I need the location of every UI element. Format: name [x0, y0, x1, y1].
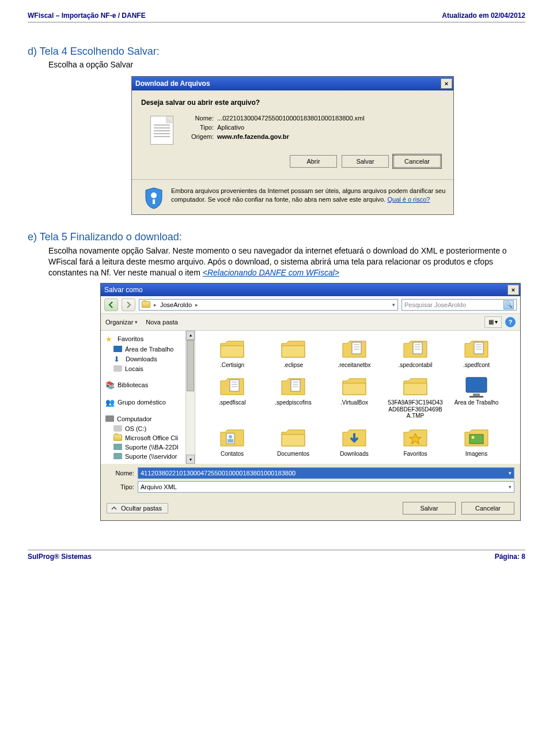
organize-menu[interactable]: Organizar — [105, 319, 138, 326]
tree-item[interactable]: Suporte (\\BA-22DI — [101, 443, 195, 452]
file-item[interactable]: Área de Trabalho — [448, 373, 505, 421]
file-item[interactable]: Downloads — [325, 424, 383, 459]
file-item[interactable]: Imagens — [448, 424, 505, 459]
origin-label: Origem: — [181, 133, 214, 140]
saveas-title: Salvar como — [104, 286, 143, 294]
svg-rect-8 — [473, 394, 480, 396]
open-button[interactable]: Abrir — [290, 155, 337, 168]
tree-item[interactable]: Locais — [101, 364, 195, 373]
footer-left: SulProg® Sistemas — [28, 553, 92, 561]
svg-rect-7 — [466, 377, 487, 392]
page-header: WFiscal – Importação NF-e / DANFE Atuali… — [28, 12, 525, 22]
file-item[interactable]: .eclipse — [264, 335, 322, 370]
view-button[interactable]: ▦ ▾ — [484, 316, 502, 328]
chevron-up-icon — [111, 505, 118, 512]
tree-homegroup[interactable]: 👥Grupo doméstico — [101, 396, 195, 408]
file-item[interactable]: .receitanetbx — [325, 335, 383, 370]
file-item[interactable]: .Certisign — [203, 335, 261, 370]
tree-item[interactable]: Suporte (\\servidor — [101, 452, 195, 461]
newfolder-button[interactable]: Nova pasta — [146, 319, 178, 326]
dialog-prompt: Deseja salvar ou abrir este arquivo? — [141, 99, 444, 107]
tree-libraries[interactable]: 📚Bibliotecas — [101, 379, 195, 391]
svg-rect-12 — [228, 439, 233, 443]
name-label: Nome: — [181, 115, 214, 122]
forward-button[interactable] — [122, 298, 135, 311]
section-e-body: Escolha novamente opção Salvar. Neste mo… — [48, 245, 525, 278]
filetype-select[interactable]: Arquivo XML▾ — [138, 481, 514, 493]
save-button[interactable]: Salvar — [403, 502, 456, 515]
svg-point-0 — [151, 192, 157, 198]
file-item[interactable]: Favoritos — [387, 424, 444, 459]
tree-item[interactable]: Microsoft Office Cli — [101, 433, 195, 443]
tree-panel: ★Favoritos Área de Trabalho ⬇Downloads L… — [101, 331, 195, 464]
save-button[interactable]: Salvar — [342, 155, 389, 168]
tree-item[interactable]: ⬇Downloads — [101, 354, 195, 364]
search-input[interactable]: Pesquisar JoseAroldo 🔍 — [402, 299, 517, 311]
file-item[interactable]: Documentos — [264, 424, 322, 459]
dialog-title: Download de Arquivos — [135, 80, 210, 88]
tree-favorites[interactable]: ★Favoritos — [101, 333, 195, 345]
file-item[interactable]: .spedpiscofins — [264, 373, 322, 421]
svg-rect-6 — [291, 380, 300, 391]
download-dialog: Download de Arquivos × Deseja salvar ou … — [131, 76, 454, 215]
svg-rect-4 — [474, 342, 483, 354]
filename-input[interactable]: 4112038022101300047255001000018380​10001… — [138, 467, 514, 479]
file-item[interactable]: .VirtualBox — [325, 373, 383, 421]
close-icon[interactable]: × — [441, 78, 452, 89]
close-icon[interactable]: × — [507, 285, 519, 295]
tree-computer[interactable]: Computador — [101, 414, 195, 424]
risk-link[interactable]: Qual é o risco? — [387, 196, 430, 203]
scrollbar[interactable]: ▴ ▾ — [185, 331, 195, 464]
footer-right: Página: 8 — [495, 553, 525, 561]
section-d-sub: Escolha a opção Salvar — [48, 60, 525, 69]
origin-value: www.nfe.fazenda.gov.br — [217, 133, 289, 140]
file-icon — [150, 116, 173, 145]
back-button[interactable] — [104, 298, 118, 311]
svg-point-14 — [472, 436, 475, 439]
scroll-thumb[interactable] — [187, 340, 194, 392]
scroll-down-icon[interactable]: ▾ — [186, 455, 195, 464]
section-e-title: e) Tela 5 Finalizando o download: — [28, 231, 525, 243]
file-item[interactable]: .spedfiscal — [203, 373, 261, 421]
svg-rect-3 — [413, 342, 422, 354]
hide-folders-button[interactable]: Ocultar pastas — [107, 503, 168, 513]
filetype-label: Tipo: — [107, 483, 134, 490]
type-label: Tipo: — [181, 124, 214, 131]
search-icon[interactable]: 🔍 — [503, 300, 514, 309]
help-icon[interactable]: ? — [505, 317, 516, 327]
folder-icon — [142, 301, 150, 308]
related-link[interactable]: <Relacionando DANFE com WFiscal> — [203, 268, 339, 277]
svg-rect-2 — [352, 342, 361, 354]
file-item[interactable]: Contatos — [203, 424, 261, 459]
page-footer: SulProg® Sistemas Página: 8 — [28, 550, 525, 561]
breadcrumb[interactable]: JoseAroldo — [160, 301, 192, 308]
svg-rect-5 — [230, 380, 239, 391]
filename-label: Nome: — [107, 470, 134, 477]
svg-rect-9 — [469, 396, 483, 398]
file-item[interactable]: .spedfcont — [448, 335, 505, 370]
name-value: ...02210130004725500100001838010001838​0… — [217, 115, 365, 122]
warning-text: Embora arquivos provenientes da Internet… — [171, 187, 448, 210]
tree-item[interactable]: Área de Trabalho — [101, 345, 195, 354]
saveas-dialog: Salvar como × ▸ JoseAroldo ▸ ▾ Pesquisar… — [100, 283, 521, 521]
cancel-button[interactable]: Cancelar — [393, 155, 441, 168]
header-left: WFiscal – Importação NF-e / DANFE — [28, 12, 146, 20]
cancel-button[interactable]: Cancelar — [461, 502, 514, 515]
svg-point-11 — [229, 435, 232, 439]
dialog-titlebar: Download de Arquivos × — [132, 77, 453, 90]
tree-item[interactable]: OS (C:) — [101, 424, 195, 433]
file-item[interactable]: .spedcontabil — [387, 335, 444, 370]
scroll-up-icon[interactable]: ▴ — [186, 331, 195, 340]
saveas-titlebar: Salvar como × — [101, 284, 520, 296]
section-d-title: d) Tela 4 Escolhendo Salvar: — [28, 46, 525, 58]
address-bar[interactable]: ▸ JoseAroldo ▸ ▾ — [139, 299, 398, 311]
type-value: Aplicativo — [217, 124, 244, 131]
files-panel: .Certisign.eclipse.receitanetbx.spedcont… — [195, 331, 520, 464]
header-right: Atualizado em 02/04/2012 — [442, 12, 525, 20]
svg-rect-13 — [469, 434, 483, 444]
shield-icon — [143, 187, 164, 210]
svg-rect-1 — [153, 199, 155, 204]
file-item[interactable]: 53FA9A9F3C194D43AD6BDEF365D469BA.TMP — [387, 373, 444, 421]
